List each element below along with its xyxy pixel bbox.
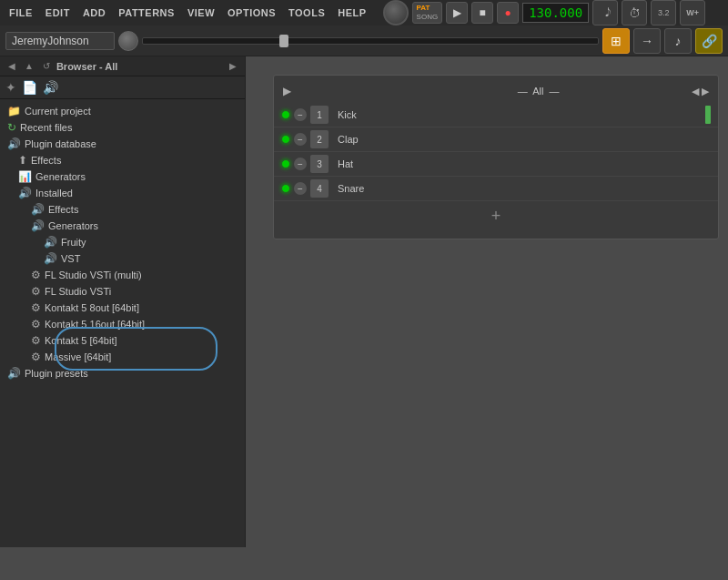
plugin-database-label: Plugin database [25,138,96,149]
tree-kontakt5-8out[interactable]: ⚙ Kontakt 5 8out [64bit] [0,300,245,316]
tree-plugin-database[interactable]: 🔊 Plugin database [0,136,245,152]
mixer-btn[interactable]: → [633,28,661,54]
menu-patterns[interactable]: PATTERNS [113,5,180,20]
beat-minus-clap[interactable]: − [294,133,307,146]
fl-vsti-label: FL Studio VSTi [45,286,111,297]
beat-name-hat: Hat [332,158,711,169]
tree-plugin-presets[interactable]: 🔊 Plugin presets [0,365,245,382]
effects-installed-icon: 🔊 [31,203,45,216]
plugin-presets-icon: 🔊 [7,367,21,380]
menu-options[interactable]: OPTIONS [222,5,281,20]
browser-star-btn[interactable]: ✦ [5,80,16,95]
menu-help[interactable]: HELP [332,5,371,20]
vst-icon: 🔊 [44,252,57,265]
pat-song-toggle[interactable]: PAT SONG [412,2,443,23]
generators-installed-icon: 🔊 [31,219,45,232]
browser-header: ◀ ▲ ↺ Browser - All ▶ [0,56,245,76]
beat-led-snare[interactable] [281,184,290,193]
bpm-display[interactable]: 130.000 [522,3,589,23]
beat-header-title: — All — [390,86,686,97]
beat-name-kick: Kick [332,109,702,120]
tree-effects[interactable]: ⬆ Effects [0,152,245,168]
fl-vstimulti-icon: ⚙ [31,269,41,281]
beat-name-clap: Clap [332,134,711,145]
effects-installed-label: Effects [48,204,78,215]
effects-icon: ⬆ [18,154,27,167]
channel-rack-btn[interactable]: ⊞ [602,28,630,54]
content-area: ▶ — All — ◀ ▶ − 1 Kick − 2 [246,56,728,547]
fruity-icon: 🔊 [44,236,57,249]
menu-file[interactable]: FILE [4,5,38,20]
beat-sequencer: ▶ — All — ◀ ▶ − 1 Kick − 2 [273,75,719,239]
beat-led-clap[interactable] [281,135,290,144]
link-btn[interactable]: 🔗 [695,28,723,54]
stop-button[interactable]: ■ [471,2,493,24]
piano-roll-btn[interactable]: ♪ [664,28,692,54]
beat-minus-snare[interactable]: − [294,182,307,195]
tree-generators-installed[interactable]: 🔊 Generators [0,218,245,234]
browser-title: Browser - All [56,61,117,72]
metronome-icon-btn[interactable]: 𝅘𝅥𝅮 [592,0,618,25]
play-button[interactable]: ▶ [446,2,468,24]
recent-files-icon: ↻ [7,121,16,134]
menu-add[interactable]: ADD [77,5,111,20]
master-volume-dial[interactable] [383,0,409,25]
mixer-icon-btn[interactable]: W+ [680,0,705,25]
beat-add-button[interactable]: + [491,207,501,226]
beat-row-kick: − 1 Kick [274,103,718,127]
plugin-presets-label: Plugin presets [25,368,88,379]
menu-bar: FILE EDIT ADD PATTERNS VIEW OPTIONS TOOL… [0,0,728,25]
beat-number-hat: 3 [310,155,329,173]
kontakt5-8out-label: Kontakt 5 8out [64bit] [45,302,139,313]
vst-label: VST [61,253,80,264]
generators-icon: 📊 [18,170,32,183]
browser-refresh-btn[interactable]: ↺ [40,60,53,72]
browser-file-btn[interactable]: 📄 [22,80,37,95]
tree-fl-vstimulti[interactable]: ⚙ FL Studio VSTi (multi) [0,267,245,283]
installed-icon: 🔊 [18,187,32,199]
beat-name-snare: Snare [332,183,711,194]
tree-effects-installed[interactable]: 🔊 Effects [0,201,245,218]
beat-header-arrow[interactable]: ▶ [283,85,291,97]
main-area: ◀ ▲ ↺ Browser - All ▶ ✦ 📄 🔊 📁 Current pr… [0,56,728,547]
browser-up-btn[interactable]: ▲ [22,60,36,72]
beat-header: ▶ — All — ◀ ▶ [274,83,718,103]
tree-fl-vsti[interactable]: ⚙ FL Studio VSTi [0,283,245,300]
effects-label: Effects [31,155,61,166]
tree-installed[interactable]: 🔊 Installed [0,185,245,201]
kontakt5-16out-icon: ⚙ [31,318,41,331]
fruity-label: Fruity [61,237,86,248]
time-sig-btn[interactable]: 3.2 [651,0,676,25]
menu-view[interactable]: VIEW [182,5,220,20]
beat-minus-hat[interactable]: − [294,158,307,170]
generators-installed-label: Generators [48,220,98,231]
progress-bar[interactable] [142,37,599,45]
loop-icon-btn[interactable]: ⏱ [622,0,647,25]
browser-back-btn[interactable]: ◀ [5,60,18,72]
tree-generators[interactable]: 📊 Generators [0,168,245,185]
tree-recent-files[interactable]: ↻ Recent files [0,119,245,136]
kontakt5-8out-icon: ⚙ [31,301,41,314]
beat-led-kick[interactable] [281,110,290,119]
browser-forward-btn[interactable]: ▶ [227,60,239,72]
beat-header-left-arrow[interactable]: ◀ [692,86,699,97]
tree-massive-64bit[interactable]: ⚙ Massive [64bit] [0,349,245,365]
record-button[interactable]: ● [497,2,519,24]
menu-edit[interactable]: EDIT [40,5,76,20]
kontakt5-16out-label: Kontakt 5 16out [64bit] [45,319,145,330]
tree-vst[interactable]: 🔊 VST [0,250,245,267]
tree-kontakt5-16out[interactable]: ⚙ Kontakt 5 16out [64bit] [0,316,245,332]
browser-speaker-btn[interactable]: 🔊 [43,80,58,95]
tree-current-project[interactable]: 📁 Current project [0,103,245,119]
beat-header-right-arrow[interactable]: ▶ [702,86,709,97]
project-dial[interactable] [118,31,138,51]
tree-kontakt5-64bit[interactable]: ⚙ Kontakt 5 [64bit] [0,332,245,349]
menu-tools[interactable]: TOOLS [283,5,330,20]
browser-panel: ◀ ▲ ↺ Browser - All ▶ ✦ 📄 🔊 📁 Current pr… [0,56,246,547]
second-bar: JeremyJohnson ⊞ → ♪ 🔗 [0,25,728,56]
tree-fruity[interactable]: 🔊 Fruity [0,234,245,250]
kontakt5-64bit-icon: ⚙ [31,334,41,347]
beat-minus-kick[interactable]: − [294,108,307,121]
plugin-database-icon: 🔊 [7,137,21,150]
beat-led-hat[interactable] [281,159,290,168]
